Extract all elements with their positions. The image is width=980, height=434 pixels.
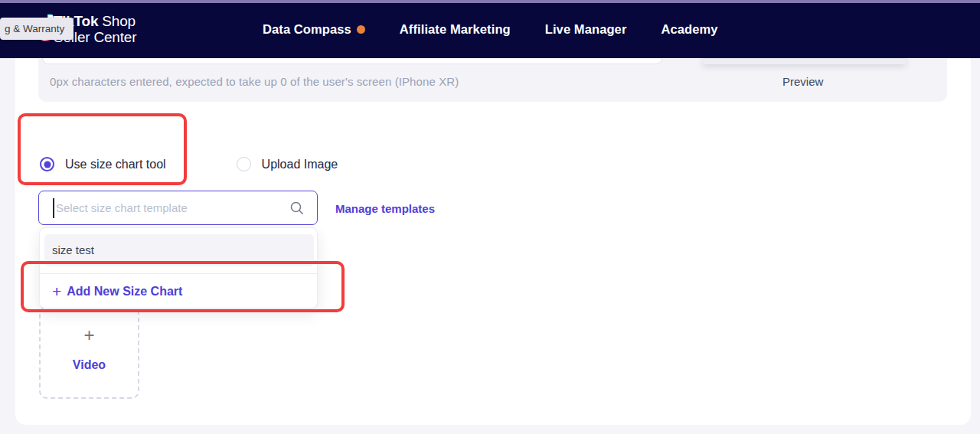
size-chart-template-select[interactable]: Select size chart template bbox=[38, 191, 318, 225]
preview-button[interactable]: Preview bbox=[782, 75, 823, 88]
main-nav: Data Compass Affiliate Marketing Live Ma… bbox=[263, 0, 717, 58]
video-upload-box[interactable]: + Video bbox=[39, 306, 139, 399]
video-upload-label: Video bbox=[41, 358, 138, 372]
plus-icon: + bbox=[41, 326, 138, 344]
plus-icon: + bbox=[52, 283, 61, 299]
radio-label-use-size-chart-tool[interactable]: Use size chart tool bbox=[65, 158, 166, 171]
notification-dot-icon bbox=[357, 25, 365, 34]
dropdown-option-size-test[interactable]: size test bbox=[44, 234, 314, 266]
radio-label-upload-image[interactable]: Upload Image bbox=[262, 158, 338, 171]
character-count-message: 0px characters entered, expected to take… bbox=[50, 75, 459, 88]
text-caret bbox=[53, 198, 54, 218]
page: 0px characters entered, expected to take… bbox=[0, 0, 980, 434]
nav-item-live-manager[interactable]: Live Manager bbox=[545, 22, 627, 37]
editor-status-bar: 0px characters entered, expected to take… bbox=[38, 59, 947, 102]
nav-item-affiliate-marketing[interactable]: Affiliate Marketing bbox=[400, 22, 511, 37]
search-icon bbox=[290, 201, 304, 215]
select-placeholder: Select size chart template bbox=[56, 201, 188, 214]
nav-item-data-compass[interactable]: Data Compass bbox=[263, 22, 365, 37]
manage-templates-link[interactable]: Manage templates bbox=[335, 202, 435, 215]
add-new-size-chart-label: Add New Size Chart bbox=[67, 285, 182, 299]
template-dropdown: size test + Add New Size Chart bbox=[39, 227, 318, 308]
radio-upload-image[interactable] bbox=[237, 157, 251, 171]
size-chart-radio-group: Use size chart tool Upload Image bbox=[40, 157, 338, 171]
sidebar-tooltip-warranty: g & Warranty bbox=[0, 18, 74, 40]
nav-item-academy[interactable]: Academy bbox=[661, 22, 717, 37]
radio-use-size-chart-tool[interactable] bbox=[40, 157, 54, 171]
add-new-size-chart-button[interactable]: + Add New Size Chart bbox=[52, 274, 182, 309]
top-navigation-bar: TikTok Shop Seller Center Data Compass A… bbox=[0, 0, 980, 58]
